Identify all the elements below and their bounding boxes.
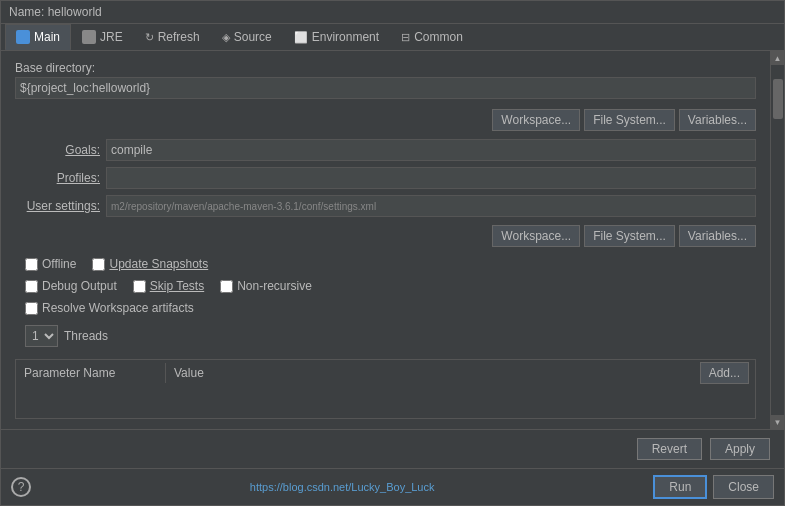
checkbox-row-1: Offline Update Snapshots [15,257,756,271]
tab-bar: Main JRE ↻ Refresh ◈ Source ⬜ Environmen… [1,24,784,51]
offline-checkbox-item[interactable]: Offline [25,257,76,271]
footer-link[interactable]: https://blog.csdn.net/Lucky_Boy_Luck [250,481,435,493]
update-snapshots-checkbox-item[interactable]: Update Snapshots [92,257,208,271]
user-settings-buttons: Workspace... File System... Variables... [15,225,756,247]
offline-checkbox[interactable] [25,258,38,271]
goals-label: Goals: [15,143,100,157]
skip-tests-checkbox[interactable] [133,280,146,293]
checkbox-row-2: Debug Output Skip Tests Non-recursive [15,279,756,293]
tab-common-label: Common [414,30,463,44]
parameter-table: Parameter Name Value Add... [15,359,756,419]
profiles-label: Profiles: [15,171,100,185]
name-value: helloworld [48,5,102,19]
scroll-down-arrow[interactable]: ▼ [771,415,785,429]
debug-output-checkbox-item[interactable]: Debug Output [25,279,117,293]
common-icon: ⊟ [401,31,410,44]
tab-refresh-label: Refresh [158,30,200,44]
tab-jre[interactable]: JRE [71,24,134,50]
base-dir-buttons: Workspace... File System... Variables... [15,109,756,131]
base-directory-label: Base directory: [15,61,756,75]
table-header-row: Parameter Name Value Add... [16,360,755,386]
resolve-workspace-label: Resolve Workspace artifacts [42,301,194,315]
base-directory-input[interactable] [15,77,756,99]
user-settings-input[interactable] [106,195,756,217]
table-col-param-header: Parameter Name [16,363,166,383]
form-area: Base directory: Workspace... File System… [1,51,770,429]
tab-environment-label: Environment [312,30,379,44]
help-button[interactable]: ? [11,477,31,497]
base-directory-section: Base directory: [15,61,756,99]
bottom-action-bar: Revert Apply [1,429,784,468]
debug-output-label: Debug Output [42,279,117,293]
refresh-icon: ↻ [145,31,154,44]
file-system-button-1[interactable]: File System... [584,109,675,131]
resolve-workspace-checkbox-item[interactable]: Resolve Workspace artifacts [25,301,194,315]
goals-row: Goals: [15,139,756,161]
footer-buttons: Run Close [653,475,774,499]
main-content: Base directory: Workspace... File System… [1,51,784,429]
user-settings-label: User settings: [15,199,100,213]
profiles-input[interactable] [106,167,756,189]
tab-refresh[interactable]: ↻ Refresh [134,24,211,50]
non-recursive-checkbox-item[interactable]: Non-recursive [220,279,312,293]
user-settings-row: User settings: [15,195,756,217]
tab-source-label: Source [234,30,272,44]
scroll-up-arrow[interactable]: ▲ [771,51,785,65]
offline-label: Offline [42,257,76,271]
run-button[interactable]: Run [653,475,707,499]
non-recursive-label: Non-recursive [237,279,312,293]
tab-main[interactable]: Main [5,24,71,50]
tab-common[interactable]: ⊟ Common [390,24,474,50]
title-bar: Name: helloworld [1,1,784,24]
apply-button[interactable]: Apply [710,438,770,460]
scroll-thumb[interactable] [773,79,783,119]
name-label: Name: [9,5,44,19]
threads-label: Threads [64,329,108,343]
scrollbar[interactable]: ▲ ▼ [770,51,784,429]
non-recursive-checkbox[interactable] [220,280,233,293]
footer-bar: ? https://blog.csdn.net/Lucky_Boy_Luck R… [1,468,784,505]
env-icon: ⬜ [294,31,308,44]
workspace-button-1[interactable]: Workspace... [492,109,580,131]
add-parameter-button[interactable]: Add... [700,362,749,384]
table-col-value-header: Value [166,363,694,383]
source-icon: ◈ [222,31,230,44]
tab-main-label: Main [34,30,60,44]
workspace-button-2[interactable]: Workspace... [492,225,580,247]
threads-select[interactable]: 1 2 4 8 [25,325,58,347]
file-system-button-2[interactable]: File System... [584,225,675,247]
tab-source[interactable]: ◈ Source [211,24,283,50]
variables-button-1[interactable]: Variables... [679,109,756,131]
tab-environment[interactable]: ⬜ Environment [283,24,390,50]
checkbox-row-3: Resolve Workspace artifacts [15,301,756,315]
close-button[interactable]: Close [713,475,774,499]
threads-row: 1 2 4 8 Threads [15,325,756,347]
resolve-workspace-checkbox[interactable] [25,302,38,315]
revert-button[interactable]: Revert [637,438,702,460]
skip-tests-label: Skip Tests [150,279,204,293]
grid-icon [16,30,30,44]
update-snapshots-checkbox[interactable] [92,258,105,271]
table-add-col: Add... [694,360,755,386]
variables-button-2[interactable]: Variables... [679,225,756,247]
jre-icon [82,30,96,44]
update-snapshots-label: Update Snapshots [109,257,208,271]
debug-output-checkbox[interactable] [25,280,38,293]
skip-tests-checkbox-item[interactable]: Skip Tests [133,279,204,293]
profiles-row: Profiles: [15,167,756,189]
tab-jre-label: JRE [100,30,123,44]
goals-input[interactable] [106,139,756,161]
